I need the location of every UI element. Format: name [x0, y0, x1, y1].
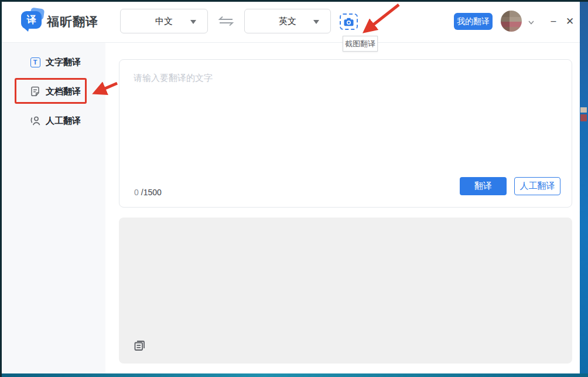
user-avatar[interactable]	[501, 11, 522, 32]
chevron-down-icon	[190, 20, 196, 24]
desktop-edge-right	[580, 0, 588, 377]
copy-icon	[133, 339, 146, 352]
sidebar-item-human-translate[interactable]: 人工翻译	[2, 111, 105, 131]
swap-languages-button[interactable]	[217, 16, 235, 26]
minimize-button[interactable]: –	[546, 14, 560, 28]
human-translate-icon	[29, 115, 41, 127]
screenshot-translate-button[interactable]	[340, 13, 358, 30]
desktop-icon-fragment	[580, 107, 587, 113]
app-title: 福昕翻译	[47, 13, 98, 30]
source-language-select[interactable]: 中文	[120, 9, 208, 33]
translation-output-panel	[119, 218, 572, 364]
human-translate-button[interactable]: 人工翻译	[514, 177, 560, 195]
char-count: 0	[134, 188, 139, 197]
screenshot-translate-tooltip: 截图翻译	[343, 36, 378, 52]
sidebar-item-label: 文档翻译	[46, 86, 81, 97]
translation-input[interactable]	[134, 73, 461, 178]
camera-icon	[344, 18, 354, 26]
text-translate-icon: T	[29, 56, 41, 68]
target-language-value: 英文	[279, 16, 296, 27]
desktop-edge-bottom	[0, 373, 588, 377]
close-button[interactable]: ✕	[563, 14, 577, 28]
translation-input-panel: 0/1500 翻译 人工翻译	[119, 59, 572, 208]
sidebar-item-text-translate[interactable]: T 文字翻译	[2, 52, 105, 72]
character-counter: 0/1500	[134, 188, 162, 197]
copy-result-button[interactable]	[132, 338, 147, 353]
header-divider	[2, 42, 580, 43]
logo-glyph: 译	[27, 14, 36, 26]
sidebar-item-label: 人工翻译	[46, 116, 81, 127]
target-language-select[interactable]: 英文	[244, 9, 331, 33]
account-menu-chevron[interactable]	[527, 17, 535, 23]
my-translations-button[interactable]: 我的翻译	[454, 13, 493, 30]
sidebar-item-label: 文字翻译	[46, 57, 81, 68]
translate-button[interactable]: 翻译	[460, 177, 507, 195]
sidebar-item-document-translate[interactable]: 文档翻译	[2, 81, 105, 101]
app-logo: 译	[21, 11, 42, 29]
chevron-down-icon	[527, 19, 535, 25]
document-translate-icon	[29, 86, 41, 97]
chevron-down-icon	[313, 20, 319, 24]
swap-arrows-icon	[217, 16, 235, 26]
char-limit: /1500	[141, 188, 162, 197]
source-language-value: 中文	[155, 16, 173, 27]
app-window: 译 福昕翻译 中文 英文 截图翻译 我的翻译 – ✕	[0, 0, 588, 377]
desktop-icon-fragment	[580, 114, 587, 121]
